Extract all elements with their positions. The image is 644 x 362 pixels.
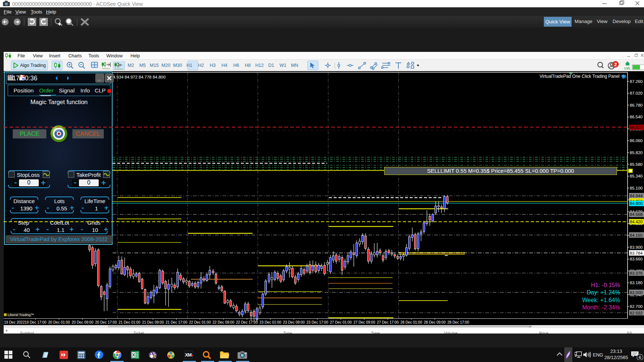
svg-text:86.060: 86.060 (630, 138, 643, 143)
svg-text:22 Dec 01:00: 22 Dec 01:00 (189, 320, 211, 324)
svg-text:22 Dec 09:00: 22 Dec 09:00 (213, 320, 235, 324)
svg-text:23 Dec 09:00: 23 Dec 09:00 (283, 320, 305, 324)
svg-text:82.700: 82.700 (630, 304, 643, 309)
svg-text:85.580: 85.580 (630, 162, 643, 167)
svg-text:87.020: 87.020 (630, 91, 643, 95)
svg-text:$: $ (170, 354, 172, 357)
svg-text:Day: +1.24%: Day: +1.24% (587, 289, 620, 296)
svg-text:6: 6 (639, 355, 641, 360)
svg-text:86.780: 86.780 (630, 103, 643, 107)
svg-text:LVL: LVL (624, 66, 630, 70)
svg-text:83.376: 83.376 (630, 271, 643, 275)
svg-text:19 Dec 2022: 19 Dec 2022 (4, 320, 25, 324)
svg-text:VirtualTradePad One Click Trad: VirtualTradePad One Click Trading Panel (539, 74, 620, 79)
svg-text:87.260: 87.260 (630, 79, 643, 84)
svg-text:21 Dec 09:00: 21 Dec 09:00 (142, 320, 164, 324)
svg-text:83.000: 83.000 (630, 290, 643, 295)
svg-text:83.660: 83.660 (630, 257, 643, 261)
svg-text:21 Dec 17:00: 21 Dec 17:00 (166, 320, 187, 324)
svg-text:4.934 84.972 84.778 84.800: 4.934 84.972 84.778 84.800 (113, 75, 166, 79)
svg-text:28 Dec 17:00: 28 Dec 17:00 (447, 320, 469, 324)
svg-text:84.420: 84.420 (630, 220, 643, 224)
svg-text:83.180: 83.180 (630, 281, 643, 285)
svg-text:19 Dec 17:00: 19 Dec 17:00 (25, 320, 47, 324)
svg-text:22 Dec 17:00: 22 Dec 17:00 (236, 320, 258, 324)
svg-text:85.820: 85.820 (630, 150, 643, 155)
svg-text:20 Dec 01:00: 20 Dec 01:00 (48, 320, 70, 324)
svg-text:20 Dec 09:00: 20 Dec 09:00 (72, 320, 94, 324)
svg-text:2: 2 (614, 62, 617, 67)
svg-text:27 Dec 09:00: 27 Dec 09:00 (353, 320, 375, 324)
svg-text:28 Dec 01:00: 28 Dec 01:00 (401, 320, 423, 324)
svg-text:20 Dec 17:00: 20 Dec 17:00 (95, 320, 117, 324)
svg-text:Month: -2.34%: Month: -2.34% (582, 304, 620, 310)
svg-text:86.331: 86.331 (630, 125, 643, 130)
svg-text:Week: +1.64%: Week: +1.64% (582, 297, 620, 303)
svg-text:27 Dec 17:00: 27 Dec 17:00 (377, 320, 399, 324)
svg-text:83.900: 83.900 (630, 245, 643, 249)
svg-text:84.568: 84.568 (630, 212, 643, 217)
svg-text:Liberal Trading™: Liberal Trading™ (8, 313, 34, 317)
svg-text:H1: -0.15%: H1: -0.15% (591, 282, 620, 288)
svg-text:85.100: 85.100 (630, 186, 643, 190)
svg-text:23 Dec 17:00: 23 Dec 17:00 (307, 320, 329, 324)
svg-text:84.160: 84.160 (630, 233, 643, 237)
svg-text:83.784: 83.784 (630, 251, 643, 255)
svg-text:84.800: 84.800 (630, 201, 643, 206)
svg-text:86.540: 86.540 (630, 115, 643, 119)
svg-text:27 Dec 01:00: 27 Dec 01:00 (330, 320, 352, 324)
svg-text:85.340: 85.340 (630, 174, 643, 178)
svg-text:82.592: 82.592 (630, 311, 643, 315)
svg-text:21 Dec 01:00: 21 Dec 01:00 (119, 320, 141, 324)
svg-text:23 Dec 01:00: 23 Dec 01:00 (260, 320, 281, 324)
svg-text:28 Dec 09:00: 28 Dec 09:00 (424, 320, 446, 324)
svg-text:84.944: 84.944 (630, 194, 643, 198)
